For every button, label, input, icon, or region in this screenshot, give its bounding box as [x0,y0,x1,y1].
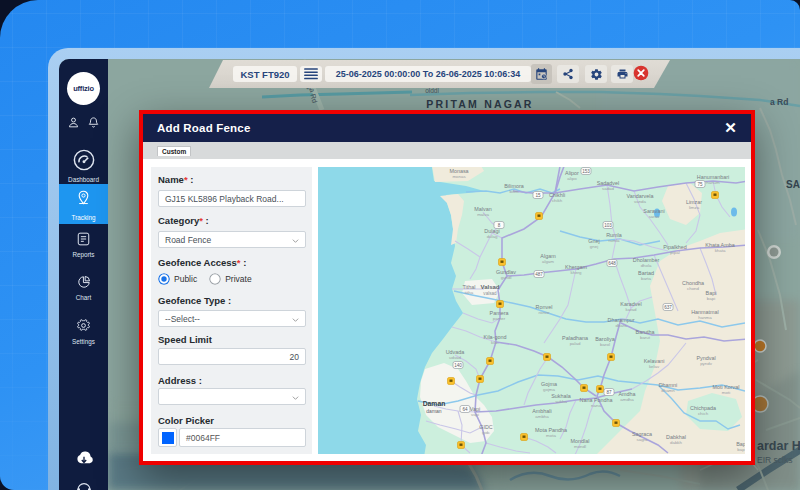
svg-text:limza: limza [689,205,700,210]
svg-text:Daman: Daman [423,400,446,407]
svg-text:valsad: valsad [483,291,497,296]
svg-text:648: 648 [608,261,616,266]
svg-text:dabkh: dabkh [670,440,683,445]
svg-text:karad: karad [626,307,638,312]
svg-text:gidc: gidc [482,430,491,435]
svg-text:SA: SA [786,179,800,190]
svg-text:titha: titha [465,290,474,295]
svg-text:monas: monas [452,174,466,179]
svg-text:chich: chich [698,411,709,416]
svg-text:a Rd: a Rd [770,97,788,107]
svg-text:mota: mota [546,433,556,438]
svg-text:kila-: kila- [491,340,500,345]
svg-text:hanum: hanum [706,180,720,185]
svg-text:487: 487 [535,272,543,277]
svg-text:chond: chond [687,286,700,291]
svg-text:daman: daman [426,408,442,414]
svg-text:barta: barta [641,276,652,281]
svg-text:vapi: vapi [471,412,479,417]
svg-text:ambha: ambha [535,414,549,419]
svg-text:olddl: olddl [425,87,439,94]
svg-text:pipal: pipal [670,250,679,255]
svg-text:15: 15 [535,193,541,198]
svg-text:rumla: rumla [609,238,621,243]
svg-text:gojma: gojma [543,387,556,392]
svg-text:malva: malva [477,212,489,217]
svg-text:mondl: mondl [574,444,586,449]
svg-text:moti: moti [722,390,730,395]
svg-text:amdha: amdha [620,397,634,402]
svg-text:sarav: sarav [649,214,661,219]
svg-text:PRITAM NAGAR: PRITAM NAGAR [426,98,533,110]
svg-text:khata: khata [715,248,726,253]
svg-text:64: 64 [462,407,468,412]
svg-text:bapi: bapi [707,296,715,301]
svg-text:udvad: udvad [449,355,462,360]
svg-text:sukha: sukha [555,399,567,404]
svg-text:barol: barol [600,342,610,347]
svg-text:sagra: sagra [637,437,649,442]
svg-text:153: 153 [582,169,590,174]
svg-text:bap: bap [737,447,745,452]
svg-text:dulag: dulag [487,234,498,239]
svg-text:barut: barut [640,335,651,340]
svg-text:75: 75 [697,182,703,187]
svg-text:103: 103 [604,223,612,228]
svg-text:alipo: alipo [567,176,577,181]
svg-text:bilim: bilim [509,189,518,194]
svg-text:637: 637 [664,305,672,310]
svg-text:pyndv: pyndv [700,361,713,366]
svg-text:vanda: vanda [634,199,647,204]
svg-text:dhamn: dhamn [661,388,675,393]
svg-text:chikh: chikh [552,198,563,203]
svg-text:algam: algam [542,259,554,264]
svg-text:140: 140 [454,363,462,368]
svg-text:nana: nana [591,403,601,408]
svg-text:kelav: kelav [649,364,660,369]
svg-text:kherg: kherg [571,270,583,275]
svg-text:palad: palad [570,341,581,346]
svg-text:Valsad: Valsad [480,284,499,290]
svg-text:pamer: pamer [493,316,506,321]
svg-text:hanma: hanma [698,315,712,320]
svg-text:sadad: sadad [602,186,615,191]
svg-text:gnej: gnej [590,244,598,249]
svg-text:dhola: dhola [641,263,652,268]
svg-text:gundl: gundl [501,275,512,280]
svg-text:dhara: dhara [615,323,627,328]
svg-text:87: 87 [606,390,612,395]
svg-text:ronve: ronve [539,310,551,315]
